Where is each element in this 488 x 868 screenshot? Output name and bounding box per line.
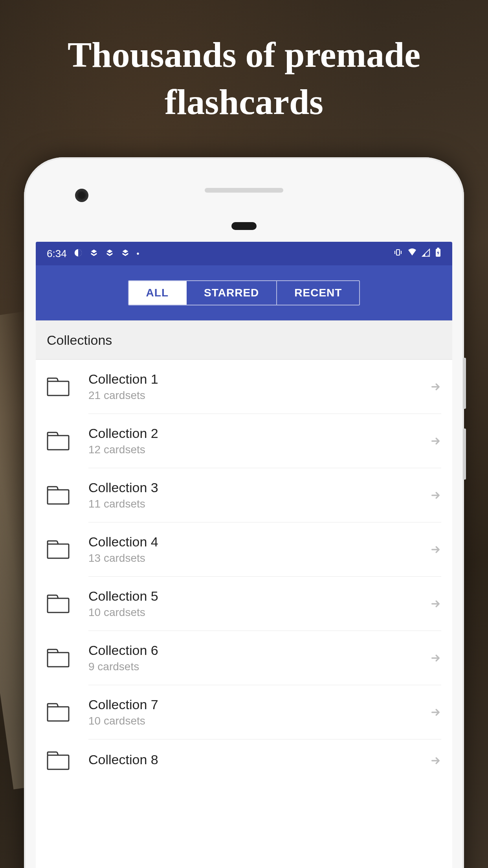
list-item[interactable]: Collection 212 cardsets bbox=[36, 414, 452, 468]
collection-name: Collection 4 bbox=[88, 534, 430, 550]
tab-bar: ALL STARRED RECENT bbox=[36, 265, 452, 320]
vibrate-icon bbox=[393, 248, 403, 260]
list-item[interactable]: Collection 710 cardsets bbox=[36, 685, 452, 739]
status-notification-icon bbox=[74, 248, 83, 260]
folder-icon bbox=[47, 703, 70, 722]
list-item[interactable]: Collection 121 cardsets bbox=[36, 360, 452, 414]
phone-side-button bbox=[463, 358, 466, 409]
tab-recent[interactable]: RECENT bbox=[277, 281, 359, 305]
list-item[interactable]: Collection 311 cardsets bbox=[36, 468, 452, 522]
phone-side-button bbox=[463, 428, 466, 480]
phone-sensor-pill bbox=[231, 222, 257, 230]
folder-icon bbox=[47, 751, 70, 770]
svg-rect-11 bbox=[48, 490, 69, 504]
wifi-icon bbox=[407, 248, 417, 260]
collection-name: Collection 7 bbox=[88, 697, 430, 712]
phone-frame: 6:34 • bbox=[24, 157, 464, 868]
folder-icon bbox=[47, 377, 70, 396]
folder-icon bbox=[47, 540, 70, 559]
phone-top-bezel bbox=[24, 157, 464, 232]
chevron-right-icon bbox=[430, 598, 441, 609]
svg-rect-7 bbox=[48, 381, 69, 395]
svg-rect-17 bbox=[48, 653, 69, 667]
folder-icon bbox=[47, 594, 70, 613]
list-item-text: Collection 311 cardsets bbox=[88, 480, 430, 510]
status-bar: 6:34 • bbox=[36, 242, 452, 265]
folder-icon bbox=[47, 486, 70, 505]
list-item-text: Collection 710 cardsets bbox=[88, 697, 430, 727]
list-item[interactable]: Collection 8 bbox=[36, 739, 452, 782]
folder-icon bbox=[47, 649, 70, 668]
collection-name: Collection 5 bbox=[88, 588, 430, 604]
svg-rect-15 bbox=[48, 598, 69, 612]
status-app-icon bbox=[90, 248, 98, 260]
list-item[interactable]: Collection 413 cardsets bbox=[36, 522, 452, 576]
phone-camera bbox=[75, 189, 88, 202]
chevron-right-icon bbox=[430, 544, 441, 555]
svg-rect-21 bbox=[48, 755, 69, 769]
status-app-icon bbox=[121, 248, 130, 260]
chevron-right-icon bbox=[430, 707, 441, 718]
collection-subtitle: 13 cardsets bbox=[88, 552, 430, 565]
status-more-icon: • bbox=[137, 249, 139, 258]
list-item[interactable]: Collection 69 cardsets bbox=[36, 631, 452, 685]
collection-subtitle: 10 cardsets bbox=[88, 715, 430, 727]
list-item-text: Collection 212 cardsets bbox=[88, 426, 430, 456]
collection-name: Collection 8 bbox=[88, 752, 430, 767]
collection-name: Collection 6 bbox=[88, 643, 430, 658]
promo-headline: Thousands of premade flashcards bbox=[0, 31, 488, 125]
collection-subtitle: 21 cardsets bbox=[88, 389, 430, 402]
section-header-collections: Collections bbox=[36, 320, 452, 360]
phone-speaker bbox=[205, 188, 283, 193]
collection-subtitle: 10 cardsets bbox=[88, 606, 430, 619]
folder-icon bbox=[47, 432, 70, 451]
status-app-icon bbox=[105, 248, 114, 260]
svg-rect-6 bbox=[437, 248, 439, 249]
chevron-right-icon bbox=[430, 653, 441, 664]
collections-list: Collection 121 cardsetsCollection 212 ca… bbox=[36, 360, 452, 782]
chevron-right-icon bbox=[430, 490, 441, 501]
chevron-right-icon bbox=[430, 436, 441, 447]
signal-icon: x bbox=[422, 248, 430, 260]
collection-name: Collection 3 bbox=[88, 480, 430, 495]
list-item-text: Collection 121 cardsets bbox=[88, 371, 430, 402]
tab-all[interactable]: ALL bbox=[129, 281, 187, 305]
collection-subtitle: 12 cardsets bbox=[88, 443, 430, 456]
list-item-text: Collection 510 cardsets bbox=[88, 588, 430, 619]
list-item-text: Collection 413 cardsets bbox=[88, 534, 430, 565]
svg-rect-19 bbox=[48, 707, 69, 721]
section-title: Collections bbox=[47, 333, 112, 348]
svg-rect-13 bbox=[48, 544, 69, 558]
svg-rect-1 bbox=[396, 250, 400, 255]
chevron-right-icon bbox=[430, 755, 441, 766]
svg-rect-9 bbox=[48, 436, 69, 450]
list-item-text: Collection 8 bbox=[88, 752, 430, 770]
tab-group: ALL STARRED RECENT bbox=[128, 280, 360, 305]
collection-subtitle: 11 cardsets bbox=[88, 498, 430, 510]
chevron-right-icon bbox=[430, 381, 441, 392]
collection-name: Collection 2 bbox=[88, 426, 430, 441]
phone-screen: 6:34 • bbox=[36, 242, 452, 868]
tab-starred[interactable]: STARRED bbox=[187, 281, 277, 305]
collection-name: Collection 1 bbox=[88, 371, 430, 387]
status-time: 6:34 bbox=[47, 248, 67, 260]
collection-subtitle: 9 cardsets bbox=[88, 660, 430, 673]
battery-icon bbox=[435, 248, 441, 260]
list-item[interactable]: Collection 510 cardsets bbox=[36, 577, 452, 631]
list-item-text: Collection 69 cardsets bbox=[88, 643, 430, 673]
